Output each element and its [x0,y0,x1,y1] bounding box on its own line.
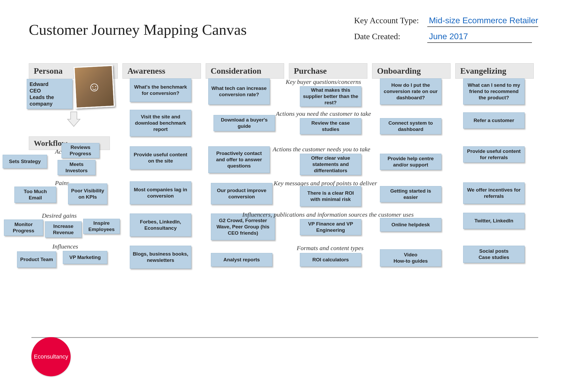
onboarding-formats: Video How-to guides [380,249,441,267]
awareness-buyer-q: What's the benchmark for conversion? [130,78,191,102]
consideration-actions-customer: Download a buyer's guide [214,115,275,131]
account-type-label: Key Account Type: [354,16,427,25]
canvas: Persona Edward CEO Leads the company ☺ W… [29,63,538,325]
awareness-actions-customer: Visit the site and download benchmark re… [130,110,191,136]
date-created-value: June 2017 [427,32,532,43]
onboarding-column: Onboarding How do I put the conversion r… [372,63,451,325]
onboarding-buyer-q: How do I put the conversion rate on our … [380,78,441,105]
arrow-down-icon [65,111,82,128]
evangelizing-column: Evangelizing What can I send to my frien… [455,63,534,325]
sticky-too-much-email: Too Much Email [14,187,56,203]
evangelizing-actions-customer: Refer a customer [463,112,525,129]
onboarding-influencers: Online helpdesk [380,218,441,232]
awareness-key-messages: Most companies lag in conversion [130,181,191,204]
consideration-column: Consideration What tech can increase con… [206,63,284,325]
consideration-key-messages: Our product improve conversion [211,183,272,204]
account-type-value: Mid-size Ecommerce Retailer [427,16,538,27]
meta-block: Key Account Type: Mid-size Ecommerce Ret… [354,16,538,48]
date-created-label: Date Created: [354,32,427,41]
sticky-meets-investors: Meets Investors [58,160,96,175]
persona-card: Edward CEO Leads the company [27,79,72,109]
evangelizing-key-messages: We offer incentives for referrals [463,182,525,204]
awareness-actions-you: Provide useful content on the site [130,146,191,169]
econsultancy-logo: Econsultancy [31,337,71,376]
row-actions-you: Actions the customer needs you to take [273,146,370,153]
awareness-formats: Blogs, business books, newsletters [130,246,191,269]
sticky-product-team: Product Team [17,251,56,268]
consideration-header: Consideration [206,63,284,79]
persona-photo: ☺ [74,65,115,109]
row-actions-customer: Actions you need the customer to take [276,110,371,117]
page-title: Customer Journey Mapping Canvas [29,21,247,38]
purchase-column: Purchase Key buyer questions/concerns Wh… [289,63,367,325]
evangelizing-actions-you: Provide useful content for referrals [463,146,525,163]
awareness-influencers: Forbes, LinkedIn, Econsultancy [130,214,191,237]
purchase-header: Purchase [289,63,367,79]
onboarding-actions-customer: Connect system to dashboard [380,118,441,134]
sticky-inspire-employees: Inspire Employees [83,219,120,234]
influences-label: Influences [52,243,78,250]
row-key-messages: Key messages and proof points to deliver [274,180,377,187]
pains-label: Pains [55,180,69,187]
awareness-header: Awareness [122,63,201,79]
sticky-poor-visibility: Poor Visibility on KPIs [68,183,107,204]
consideration-buyer-q: What tech can increase conversion rate? [208,78,270,105]
evangelizing-buyer-q: What can I send to my friend to recommen… [463,78,525,105]
row-buyer-q: Key buyer questions/concerns [286,78,361,85]
purchase-buyer-q: What makes this supplier better than the… [300,86,361,107]
gains-label: Desired gains [42,212,77,219]
awareness-column: Awareness What's the benchmark for conve… [122,63,201,325]
consideration-actions-you: Proactively contact and offer to answer … [208,146,270,173]
row-formats: Formats and content types [297,245,363,252]
purchase-formats: ROI calculators [300,253,361,267]
evangelizing-influencers: Twitter, LinkedIn [463,213,525,229]
sticky-increase-revenue: Increase Revenue [45,221,82,238]
sticky-sets-strategy: Sets Strategy [3,155,47,168]
sticky-vp-marketing: VP Marketing [63,251,107,264]
onboarding-actions-you: Provide help centre and/or support [380,154,441,170]
persona-column: Persona Edward CEO Leads the company ☺ W… [29,63,118,325]
purchase-key-messages: There is a clear ROI with minimal risk [300,186,361,206]
onboarding-header: Onboarding [372,63,451,79]
onboarding-key-messages: Getting started is easier [380,186,441,202]
purchase-influencers: VP Finance and VP Engineering [300,219,361,235]
purchase-actions-customer: Review the case studies [300,118,361,134]
evangelizing-formats: Social posts Case studies [463,246,525,263]
divider [31,337,538,338]
purchase-actions-you: Offer clear value statements and differe… [300,154,361,175]
evangelizing-header: Evangelizing [455,63,534,79]
consideration-formats: Analyst reports [211,253,272,267]
sticky-reviews-progress: Reviews Progress [61,143,99,158]
sticky-monitor-progress: Monitor Progress [4,220,43,236]
